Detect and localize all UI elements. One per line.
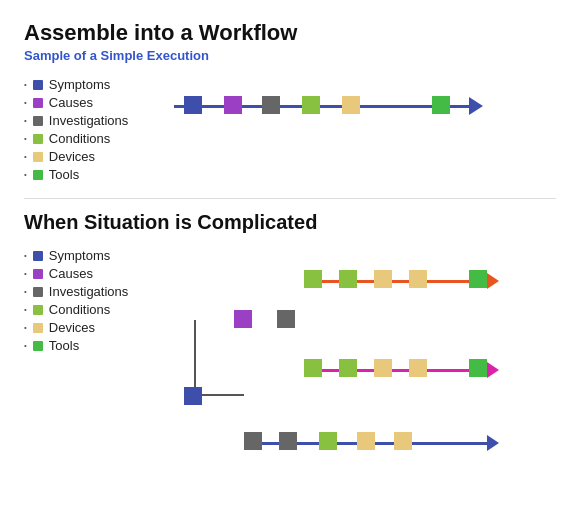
color-dot-causes xyxy=(33,98,43,108)
complex-diagram xyxy=(174,248,556,462)
color-dot-conditions xyxy=(33,305,43,315)
legend-label-devices: Devices xyxy=(49,320,95,335)
sq-simple-causes xyxy=(224,96,242,114)
simple-diagram xyxy=(174,77,556,147)
color-dot-tools xyxy=(33,341,43,351)
color-dot-symptoms xyxy=(33,80,43,90)
bullet-dot: • xyxy=(24,80,27,89)
sq-inv-b xyxy=(244,432,262,450)
legend-label-symptoms: Symptoms xyxy=(49,248,110,263)
color-dot-causes xyxy=(33,269,43,279)
arrow-orange xyxy=(304,280,489,283)
legend-item-conditions: •Conditions xyxy=(24,302,174,317)
color-dot-symptoms xyxy=(33,251,43,261)
complex-section: •Symptoms•Causes•Investigations•Conditio… xyxy=(24,248,556,462)
legend-item-tools: •Tools xyxy=(24,338,174,353)
legend-label-symptoms: Symptoms xyxy=(49,77,110,92)
legend-label-tools: Tools xyxy=(49,167,79,182)
sq-c3 xyxy=(304,359,322,377)
legend-item-conditions: •Conditions xyxy=(24,131,174,146)
legend-label-causes: Causes xyxy=(49,95,93,110)
legend-label-devices: Devices xyxy=(49,149,95,164)
bullet-dot: • xyxy=(24,116,27,125)
section1-subtitle: Sample of a Simple Execution xyxy=(24,48,556,63)
legend-complex: •Symptoms•Causes•Investigations•Conditio… xyxy=(24,248,174,353)
bullet-dot: • xyxy=(24,323,27,332)
legend-item-tools: •Tools xyxy=(24,167,174,182)
sq-d6 xyxy=(394,432,412,450)
bullet-dot: • xyxy=(24,98,27,107)
legend-label-investigations: Investigations xyxy=(49,284,129,299)
bullet-dot: • xyxy=(24,134,27,143)
section-divider xyxy=(24,198,556,199)
bullet-dot: • xyxy=(24,170,27,179)
legend-item-symptoms: •Symptoms xyxy=(24,77,174,92)
legend-item-devices: •Devices xyxy=(24,320,174,335)
legend-item-causes: •Causes xyxy=(24,95,174,110)
bullet-dot: • xyxy=(24,341,27,350)
sq-d3 xyxy=(374,359,392,377)
color-dot-tools xyxy=(33,170,43,180)
bullet-dot: • xyxy=(24,305,27,314)
legend-label-causes: Causes xyxy=(49,266,93,281)
sq-simple-devices xyxy=(342,96,360,114)
color-dot-devices xyxy=(33,152,43,162)
legend-label-investigations: Investigations xyxy=(49,113,129,128)
sq-d2 xyxy=(409,270,427,288)
simple-section: •Symptoms•Causes•Investigations•Conditio… xyxy=(24,77,556,182)
sq-simple-symptoms xyxy=(184,96,202,114)
color-dot-conditions xyxy=(33,134,43,144)
legend-label-conditions: Conditions xyxy=(49,131,110,146)
sq-inv-b2 xyxy=(279,432,297,450)
sq-c5 xyxy=(319,432,337,450)
sq-simple-conditions xyxy=(302,96,320,114)
bullet-dot: • xyxy=(24,251,27,260)
sq-d4 xyxy=(409,359,427,377)
sq-t2 xyxy=(469,359,487,377)
bullet-dot: • xyxy=(24,152,27,161)
legend-label-tools: Tools xyxy=(49,338,79,353)
simple-arrow-line xyxy=(174,105,474,108)
color-dot-investigations xyxy=(33,116,43,126)
section2-title: When Situation is Complicated xyxy=(24,211,556,234)
color-dot-devices xyxy=(33,323,43,333)
color-dot-investigations xyxy=(33,287,43,297)
bullet-dot: • xyxy=(24,287,27,296)
sq-c1 xyxy=(304,270,322,288)
legend-item-investigations: •Investigations xyxy=(24,284,174,299)
legend-item-causes: •Causes xyxy=(24,266,174,281)
legend-label-conditions: Conditions xyxy=(49,302,110,317)
arrow-pink xyxy=(304,369,489,372)
sq-inv-m xyxy=(277,310,295,328)
sq-symptoms-low xyxy=(184,387,202,405)
sq-t1 xyxy=(469,270,487,288)
sq-c4 xyxy=(339,359,357,377)
sq-d5 xyxy=(357,432,375,450)
bullet-dot: • xyxy=(24,269,27,278)
legend-simple: •Symptoms•Causes•Investigations•Conditio… xyxy=(24,77,174,182)
section1-title: Assemble into a Workflow xyxy=(24,20,556,46)
simple-arrow-head xyxy=(469,97,483,115)
sq-simple-tools xyxy=(432,96,450,114)
legend-item-symptoms: •Symptoms xyxy=(24,248,174,263)
sq-simple-investigations xyxy=(262,96,280,114)
sq-c2 xyxy=(339,270,357,288)
legend-item-investigations: •Investigations xyxy=(24,113,174,128)
sq-causes-m xyxy=(234,310,252,328)
legend-item-devices: •Devices xyxy=(24,149,174,164)
sq-d1 xyxy=(374,270,392,288)
